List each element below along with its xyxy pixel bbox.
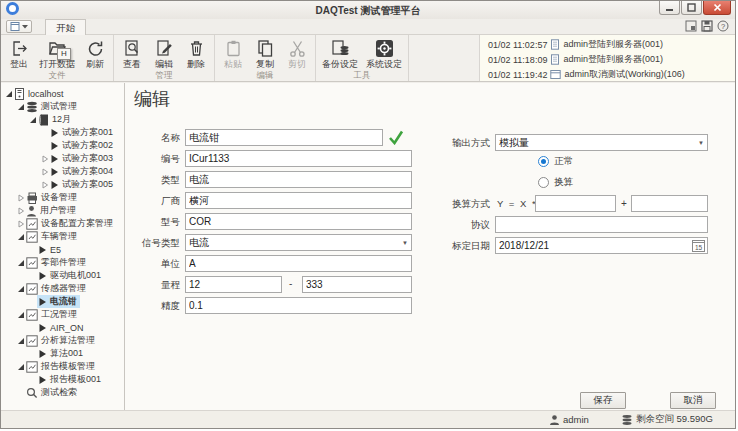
vendor-input[interactable] (185, 192, 412, 209)
maximize-button[interactable] (681, 1, 702, 15)
tree-item[interactable]: 12月 (1, 113, 124, 126)
collapse-glyph[interactable] (16, 220, 25, 228)
tree-item-content: 测试管理 (25, 100, 80, 113)
tree-item-label: 设备管理 (41, 191, 77, 204)
formula-factor-input[interactable] (535, 195, 616, 212)
tree-item-label: E5 (50, 245, 61, 255)
tree-item[interactable]: 报告模板管理 (1, 360, 124, 373)
unit-input[interactable] (185, 255, 412, 272)
edit-button-label: 编辑 (155, 59, 173, 69)
tree-item[interactable]: 工况管理 (1, 308, 124, 321)
collapse-glyph[interactable] (40, 155, 49, 163)
tree-item[interactable]: 算法001 (1, 347, 124, 360)
collapse-glyph[interactable] (40, 181, 49, 189)
precision-input[interactable] (185, 297, 412, 314)
calibration-date-label: 标定日期 (430, 237, 490, 254)
tree-item[interactable]: localhost (1, 87, 124, 100)
refresh-button[interactable]: 刷新 (80, 37, 110, 69)
quick-access-button[interactable] (6, 20, 32, 33)
tree-item-label: 驱动电机001 (50, 269, 101, 282)
logout-button[interactable]: 登出 (4, 37, 34, 69)
svg-text:?: ? (721, 22, 725, 31)
expand-glyph[interactable] (16, 259, 25, 267)
expand-glyph[interactable] (16, 285, 25, 293)
expand-glyph[interactable] (16, 311, 25, 319)
tree-item[interactable]: E5 (1, 243, 124, 256)
copy-button[interactable]: 复制 (250, 37, 280, 69)
edit-button[interactable]: 编辑 (149, 37, 179, 69)
tree-item[interactable]: 分析算法管理 (1, 334, 124, 347)
tab-start-label: 开始 (56, 22, 75, 33)
log-entry-time: 01/02 11:19:42 (488, 70, 547, 80)
tree-item[interactable]: 试验方案005 (1, 178, 124, 191)
tree-item-label: 零部件管理 (41, 256, 86, 269)
collapse-glyph[interactable] (40, 168, 49, 176)
computer-icon (14, 88, 25, 100)
collapse-glyph[interactable] (16, 194, 25, 202)
tree-item[interactable]: 试验方案001 (1, 126, 124, 139)
tree-item-label: 报告模板管理 (41, 360, 95, 373)
code-input[interactable] (185, 150, 412, 167)
expand-glyph[interactable] (16, 103, 25, 111)
help-icon[interactable]: ? (717, 20, 729, 32)
tree-item[interactable]: 电流钳 (1, 295, 124, 308)
close-button[interactable] (703, 1, 731, 15)
tree-item[interactable]: 设备配置方案管理 (1, 217, 124, 230)
tree-item[interactable]: 设备管理 (1, 191, 124, 204)
minimize-button[interactable] (659, 1, 680, 15)
tree-item[interactable]: AIR_ON (1, 321, 124, 334)
range-max-input[interactable] (302, 276, 412, 293)
restore-layout-icon[interactable] (685, 20, 697, 32)
expand-glyph[interactable] (4, 90, 13, 98)
tree-item[interactable]: 测试管理 (1, 100, 124, 113)
tree-item-content: 传感器管理 (25, 282, 89, 295)
protocol-input[interactable] (495, 216, 708, 233)
model-input[interactable] (185, 213, 412, 230)
collapse-glyph[interactable] (16, 207, 25, 215)
tree-item-label: 测试检索 (41, 386, 77, 399)
search-icon (26, 387, 38, 399)
open-data-button-label: 打开数据 (39, 59, 75, 69)
tree-item-content: 报告模板001 (37, 373, 104, 386)
output-mode-select[interactable]: 模拟量 ▼ (495, 134, 708, 151)
radio-normal[interactable]: 正常 (538, 155, 573, 168)
expand-glyph[interactable] (16, 337, 25, 345)
chevron-down-icon: ▼ (402, 240, 408, 246)
tree-item[interactable]: 试验方案003 (1, 152, 124, 165)
tree-item[interactable]: 试验方案004 (1, 165, 124, 178)
tree-item[interactable]: 用户管理 (1, 204, 124, 217)
tree-item[interactable]: 测试检索 (1, 386, 124, 399)
save-button[interactable]: 保存 (580, 392, 626, 409)
output-mode-value: 模拟量 (499, 136, 529, 150)
save-layout-icon[interactable] (701, 20, 713, 32)
system-settings-button[interactable]: 系统设定 (363, 37, 405, 69)
type-input[interactable] (185, 171, 412, 188)
expand-glyph[interactable] (28, 116, 37, 124)
expand-glyph[interactable] (16, 363, 25, 371)
log-entry-text: admin取消测试(Working)(106) (564, 68, 684, 81)
range-min-input[interactable] (185, 276, 282, 293)
expand-glyph[interactable] (16, 233, 25, 241)
range-separator: - (289, 278, 292, 289)
delete-button[interactable]: 删除 (181, 37, 211, 69)
tree-item[interactable]: 试验方案002 (1, 139, 124, 152)
disk-stack-icon (621, 414, 633, 426)
calibration-date-field[interactable]: 2018/12/21 15 (495, 237, 708, 254)
signal-type-select[interactable]: 电流▼ (185, 234, 412, 251)
ribbon-group-label: 工具 (319, 69, 405, 84)
vendor-label: 厂商 (125, 192, 180, 209)
formula-offset-input[interactable] (631, 195, 708, 212)
cancel-button[interactable]: 取消 (670, 392, 716, 409)
tree-item[interactable]: 报告模板001 (1, 373, 124, 386)
view-button[interactable]: 查看 (117, 37, 147, 69)
tree-item[interactable]: 车辆管理 (1, 230, 124, 243)
calendar-icon[interactable]: 15 (692, 239, 705, 252)
tree-item[interactable]: 零部件管理 (1, 256, 124, 269)
name-input[interactable] (185, 129, 383, 146)
tree-item[interactable]: 传感器管理 (1, 282, 124, 295)
tab-start[interactable]: 开始 (45, 19, 86, 35)
radio-convert[interactable]: 换算 (538, 176, 573, 189)
tree-item[interactable]: 驱动电机001 (1, 269, 124, 282)
backup-settings-button[interactable]: 备份设定 (319, 37, 361, 69)
system-settings-icon (375, 39, 394, 58)
